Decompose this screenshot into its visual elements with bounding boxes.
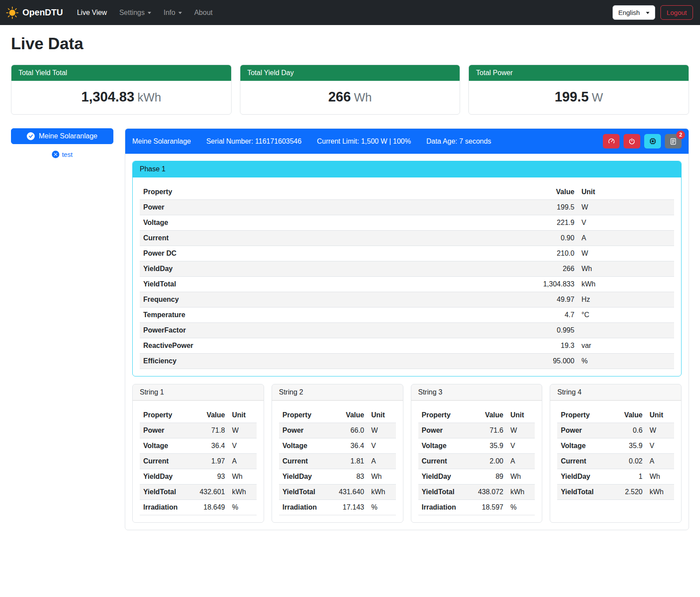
string-card-title: String 3 (411, 384, 542, 401)
table-row: Irradiation 18.649 % (140, 500, 257, 515)
property-cell: Power (279, 423, 333, 438)
gauge-icon (608, 137, 615, 145)
nav-about[interactable]: About (188, 5, 219, 20)
summary-unit: W (592, 91, 603, 104)
table-row: YieldTotal 432.601 kWh (140, 485, 257, 500)
unit-cell: kWh (228, 485, 257, 500)
property-cell: YieldTotal (140, 277, 503, 292)
property-cell: Voltage (140, 215, 503, 231)
value-cell: 210.0 (503, 246, 578, 261)
value-cell: 36.4 (193, 438, 228, 454)
property-cell: Power (140, 200, 503, 215)
table-header-row: Property Value Unit (140, 185, 674, 200)
total-yield-total-card: Total Yield Total 1,304.83kWh (11, 65, 232, 115)
unit-cell: V (228, 438, 257, 454)
unit-cell: V (368, 438, 396, 454)
column-value: Value (333, 408, 368, 423)
x-circle-icon (52, 151, 59, 158)
unit-cell: W (578, 246, 674, 261)
unit-cell: var (578, 338, 674, 354)
table-row: Current 0.90 A (140, 231, 674, 246)
inverter-name: Meine Solaranlage (132, 137, 191, 145)
nav-settings[interactable]: Settings (113, 5, 157, 20)
inverter-limit: Current Limit: 1,500 W | 100% (317, 137, 411, 145)
table-header-row: Property Value Unit (140, 408, 257, 423)
inverter-select-button[interactable]: Meine Solaranlage (11, 128, 113, 144)
string-card-title: String 4 (550, 384, 681, 401)
string-table: Property Value Unit Power (279, 408, 396, 515)
property-cell: Temperature (140, 308, 503, 323)
column-value: Value (611, 408, 646, 423)
language-select[interactable]: English (613, 5, 655, 20)
value-cell: 0.90 (503, 231, 578, 246)
phase-card-title: Phase 1 (133, 161, 681, 177)
property-cell: Voltage (279, 438, 333, 454)
value-cell: 35.9 (611, 438, 646, 454)
value-cell: 89 (472, 469, 507, 485)
table-row: YieldDay 93 Wh (140, 469, 257, 485)
unit-cell (578, 323, 674, 338)
property-cell: YieldDay (557, 469, 611, 485)
unit-cell: V (646, 438, 674, 454)
column-property: Property (140, 408, 193, 423)
inverter-item-test[interactable]: test (11, 151, 113, 158)
power-button[interactable] (624, 134, 640, 148)
nav-info[interactable]: Info (157, 5, 188, 20)
column-value: Value (193, 408, 228, 423)
table-row: Current 0.02 A (557, 454, 674, 469)
column-property: Property (140, 185, 503, 200)
unit-cell: W (646, 423, 674, 438)
unit-cell: Wh (646, 469, 674, 485)
table-row: YieldTotal 431.640 kWh (279, 485, 396, 500)
device-info-button[interactable] (644, 134, 661, 148)
table-row: YieldTotal 1,304.833 kWh (140, 277, 674, 292)
string-table: Property Value Unit Power (140, 408, 257, 515)
nav-info-label: Info (163, 9, 175, 17)
summary-unit: Wh (354, 91, 372, 104)
string-card-title: String 1 (133, 384, 264, 401)
summary-card-title: Total Yield Day (240, 65, 460, 81)
unit-cell: Wh (507, 469, 535, 485)
summary-value: 1,304.83 (81, 89, 134, 105)
limit-settings-button[interactable] (603, 134, 620, 148)
value-cell: 199.5 (503, 200, 578, 215)
property-cell: YieldDay (140, 261, 503, 277)
value-cell: 0.995 (503, 323, 578, 338)
table-header-row: Property Value Unit (418, 408, 535, 423)
unit-cell: W (507, 423, 535, 438)
table-header-row: Property Value Unit (279, 408, 396, 423)
unit-cell: Wh (578, 261, 674, 277)
column-unit: Unit (646, 408, 674, 423)
journal-list-icon (670, 138, 677, 145)
property-cell: Irradiation (140, 500, 193, 515)
page-container: Live Data Total Yield Total 1,304.83kWh … (0, 25, 700, 543)
power-icon (628, 138, 635, 145)
table-row: Voltage 35.9 V (418, 438, 535, 454)
value-cell: 71.8 (193, 423, 228, 438)
property-cell: YieldDay (279, 469, 333, 485)
value-cell: 1,304.833 (503, 277, 578, 292)
value-cell: 221.9 (503, 215, 578, 231)
logout-button[interactable]: Logout (660, 5, 693, 20)
brand-logo[interactable]: OpenDTU (6, 7, 63, 19)
unit-cell: % (507, 500, 535, 515)
property-cell: ReactivePower (140, 338, 503, 354)
property-cell: Power (557, 423, 611, 438)
value-cell: 83 (333, 469, 368, 485)
table-row: Efficiency 95.000 % (140, 354, 674, 369)
column-value: Value (472, 408, 507, 423)
value-cell: 2.520 (611, 485, 646, 500)
event-log-button[interactable]: 2 (665, 134, 682, 148)
unit-cell: Hz (578, 292, 674, 308)
table-header-row: Property Value Unit (557, 408, 674, 423)
unit-cell: °C (578, 308, 674, 323)
inverter-card-header: Meine Solaranlage Serial Number: 1161716… (125, 129, 689, 154)
inverter-sidebar: Meine Solaranlage test (11, 128, 113, 158)
inverter-card: Meine Solaranlage Serial Number: 1161716… (125, 128, 689, 530)
property-cell: Current (557, 454, 611, 469)
property-cell: YieldDay (418, 469, 472, 485)
nav-live-view[interactable]: Live View (71, 5, 113, 20)
string-card: String 1 Property Value Unit (132, 384, 264, 523)
summary-card-title: Total Power (469, 65, 689, 81)
value-cell: 0.6 (611, 423, 646, 438)
